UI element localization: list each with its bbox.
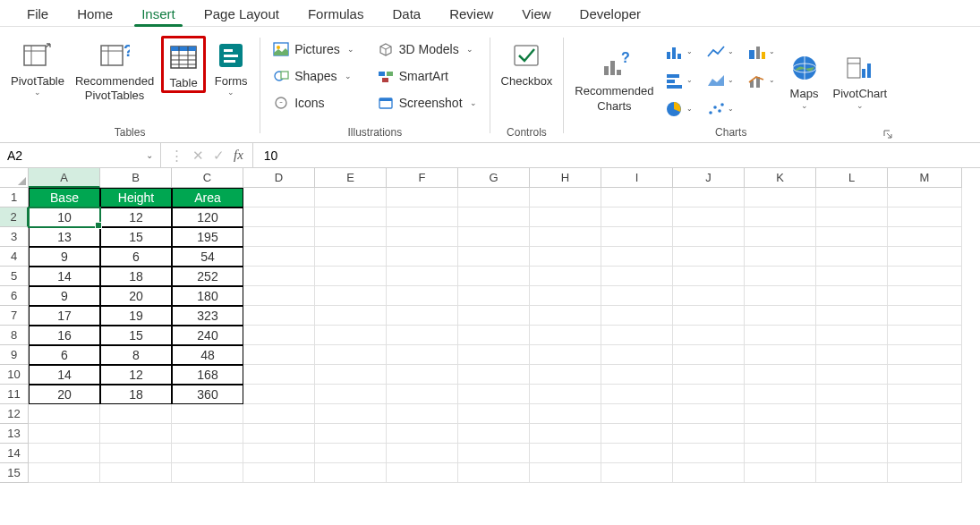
cell[interactable] — [387, 267, 458, 286]
cell[interactable] — [816, 365, 888, 385]
cell[interactable] — [243, 207, 315, 227]
cell[interactable] — [315, 463, 387, 483]
cell[interactable] — [745, 365, 816, 385]
cell[interactable] — [745, 463, 816, 483]
combo-chart-button[interactable]: ⌄ — [744, 67, 780, 94]
cell[interactable] — [888, 345, 962, 365]
cell[interactable] — [530, 326, 601, 345]
cell[interactable] — [816, 188, 888, 207]
cell[interactable] — [673, 247, 745, 267]
cell[interactable]: 20 — [29, 385, 100, 404]
cell[interactable] — [315, 404, 387, 424]
cell[interactable] — [458, 207, 530, 227]
cell[interactable] — [100, 424, 172, 444]
cell[interactable] — [530, 463, 601, 483]
cell[interactable] — [530, 365, 601, 385]
cell[interactable] — [816, 207, 888, 227]
name-box-input[interactable] — [7, 148, 61, 163]
column-header[interactable]: J — [673, 168, 745, 188]
cell[interactable] — [745, 207, 816, 227]
area-chart-button[interactable]: ⌄ — [703, 67, 738, 94]
cell[interactable]: 195 — [172, 227, 243, 247]
formula-input[interactable] — [264, 148, 969, 163]
cell[interactable] — [601, 227, 673, 247]
cell[interactable] — [745, 247, 816, 267]
column-header[interactable]: I — [601, 168, 673, 188]
cell[interactable] — [816, 463, 888, 483]
cell[interactable] — [458, 345, 530, 365]
cell[interactable] — [673, 188, 745, 207]
cell[interactable] — [458, 286, 530, 306]
pivot-table-button[interactable]: PivotTable ⌄ — [7, 36, 68, 98]
cell[interactable]: 6 — [100, 247, 172, 267]
cell[interactable]: 15 — [100, 227, 172, 247]
cell[interactable] — [387, 207, 458, 227]
cell[interactable] — [673, 326, 745, 345]
cell[interactable] — [387, 444, 458, 463]
tab-file[interactable]: File — [13, 3, 63, 26]
cell[interactable]: 240 — [172, 326, 243, 345]
cell[interactable] — [243, 463, 315, 483]
hierarchy-chart-button[interactable]: ⌄ — [744, 38, 780, 65]
row-header[interactable]: 10 — [0, 365, 29, 385]
icons-button[interactable]: Icons — [268, 89, 360, 116]
cell[interactable] — [888, 424, 962, 444]
cell[interactable] — [387, 247, 458, 267]
cell[interactable] — [458, 463, 530, 483]
cell[interactable] — [315, 385, 387, 404]
cell[interactable] — [745, 444, 816, 463]
cell[interactable] — [673, 365, 745, 385]
cell[interactable] — [387, 424, 458, 444]
cell[interactable] — [745, 227, 816, 247]
row-header[interactable]: 11 — [0, 385, 29, 404]
cell[interactable] — [673, 385, 745, 404]
cell[interactable] — [315, 326, 387, 345]
cell[interactable] — [315, 306, 387, 326]
cell[interactable] — [243, 188, 315, 207]
cell[interactable] — [745, 326, 816, 345]
cell[interactable] — [172, 463, 243, 483]
cell[interactable]: 360 — [172, 385, 243, 404]
name-box[interactable]: ⌄ — [0, 143, 161, 167]
cell[interactable] — [816, 247, 888, 267]
cell[interactable] — [888, 385, 962, 404]
cell[interactable] — [530, 424, 601, 444]
tab-developer[interactable]: Developer — [566, 3, 655, 26]
cell[interactable]: 12 — [100, 365, 172, 385]
cell[interactable]: 6 — [29, 345, 100, 365]
column-header[interactable]: K — [745, 168, 816, 188]
cell[interactable] — [315, 267, 387, 286]
cell[interactable] — [816, 227, 888, 247]
cell[interactable] — [816, 345, 888, 365]
cell[interactable] — [888, 463, 962, 483]
column-header[interactable]: E — [315, 168, 387, 188]
cell[interactable] — [530, 385, 601, 404]
cell[interactable] — [458, 247, 530, 267]
cell[interactable] — [29, 463, 100, 483]
cell[interactable]: 180 — [172, 286, 243, 306]
cell[interactable] — [673, 345, 745, 365]
cell[interactable] — [530, 247, 601, 267]
pie-chart-button[interactable]: ⌄ — [661, 96, 697, 123]
cell[interactable] — [100, 404, 172, 424]
recommended-pivot-button[interactable]: ? Recommended PivotTables — [72, 36, 158, 105]
cell[interactable] — [816, 385, 888, 404]
row-header[interactable]: 9 — [0, 345, 29, 365]
column-header[interactable]: A — [29, 168, 100, 188]
column-chart-button[interactable]: ⌄ — [661, 38, 697, 65]
cell[interactable] — [888, 267, 962, 286]
cell[interactable]: 18 — [100, 267, 172, 286]
row-header[interactable]: 12 — [0, 404, 29, 424]
cell[interactable] — [601, 306, 673, 326]
cell[interactable] — [530, 345, 601, 365]
row-header[interactable]: 8 — [0, 326, 29, 345]
cell[interactable] — [745, 306, 816, 326]
column-header[interactable]: B — [100, 168, 172, 188]
cell[interactable] — [458, 227, 530, 247]
cell[interactable]: 48 — [172, 345, 243, 365]
enter-formula-icon[interactable]: ✓ — [213, 148, 225, 164]
cell[interactable] — [530, 286, 601, 306]
cell[interactable] — [458, 444, 530, 463]
cell[interactable] — [601, 207, 673, 227]
row-header[interactable]: 7 — [0, 306, 29, 326]
